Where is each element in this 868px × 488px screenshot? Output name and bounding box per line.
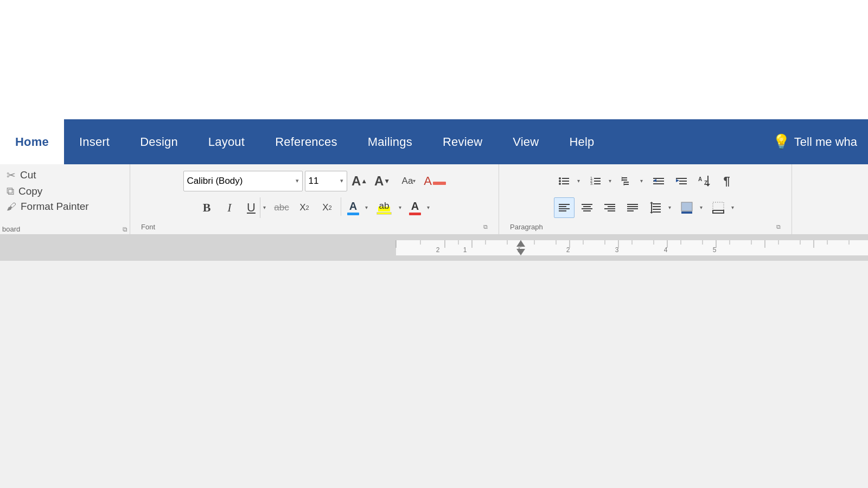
- borders-dropdown[interactable]: ▾: [729, 197, 737, 218]
- underline-button[interactable]: U: [242, 197, 260, 218]
- line-spacing-button[interactable]: [645, 197, 666, 218]
- multilevel-dropdown[interactable]: ▾: [637, 171, 646, 191]
- paragraph-label-row: Paragraph ⧉: [508, 222, 783, 232]
- svg-text:b: b: [623, 183, 625, 186]
- svg-marker-24: [653, 179, 656, 182]
- tab-view[interactable]: View: [497, 119, 554, 164]
- grow-font-button[interactable]: A▲: [349, 171, 370, 191]
- svg-text:2: 2: [566, 246, 570, 254]
- format-painter-button[interactable]: 🖌 Format Painter: [4, 200, 125, 214]
- tab-review[interactable]: Review: [427, 119, 497, 164]
- font-color-button[interactable]: A: [344, 197, 362, 218]
- ruler-svg: 2 1 1 2 3 4 5: [0, 235, 868, 261]
- copy-label: Copy: [18, 185, 42, 197]
- numbering-button[interactable]: 1.2.3.: [585, 171, 606, 191]
- copy-button[interactable]: ⧉ Copy: [4, 184, 125, 198]
- svg-rect-41: [604, 204, 615, 205]
- clear-format-button[interactable]: A: [425, 171, 446, 191]
- superscript-button[interactable]: X2: [317, 197, 337, 218]
- highlight-button[interactable]: ab: [373, 197, 395, 218]
- document-body[interactable]: [0, 261, 868, 488]
- clipboard-expand-icon[interactable]: ⧉: [123, 226, 127, 233]
- svg-point-1: [559, 177, 561, 179]
- align-right-icon: [603, 201, 616, 214]
- justify-button[interactable]: [622, 197, 643, 218]
- svg-rect-2: [562, 178, 569, 179]
- font-color-red-dropdown[interactable]: ▾: [424, 197, 432, 218]
- underline-dropdown-button[interactable]: ▾: [260, 197, 269, 218]
- svg-rect-46: [627, 206, 638, 207]
- font-size-value: 11: [309, 176, 338, 187]
- font-expand-icon[interactable]: ⧉: [483, 223, 488, 230]
- ribbon-tab-bar: Home Insert Design Layout References Mai…: [0, 119, 868, 164]
- strikethrough-button[interactable]: abc: [271, 197, 292, 218]
- bullets-group: ▾: [554, 171, 583, 191]
- change-case-button[interactable]: Aa ▾: [395, 171, 423, 191]
- para-row1: ▾ 1.2.3. ▾ 12ab ▾: [554, 169, 737, 193]
- align-center-icon: [580, 201, 593, 214]
- align-right-button[interactable]: [599, 197, 620, 218]
- font-color-dropdown[interactable]: ▾: [362, 197, 371, 218]
- font-color-red-group: A ▾: [406, 197, 432, 218]
- bullets-dropdown[interactable]: ▾: [575, 171, 583, 191]
- align-center-button[interactable]: [577, 197, 597, 218]
- para-row2: ▾ ▾ ▾: [554, 195, 737, 220]
- case-dropdown-arrow: ▾: [413, 178, 416, 184]
- tab-references[interactable]: References: [260, 119, 353, 164]
- font-size-dropdown[interactable]: 11 ▾: [305, 171, 347, 191]
- align-left-button[interactable]: [554, 197, 575, 218]
- subscript-button[interactable]: X2: [294, 197, 315, 218]
- svg-rect-35: [559, 208, 570, 209]
- tab-layout[interactable]: Layout: [193, 119, 260, 164]
- shading-button[interactable]: [676, 197, 697, 218]
- decrease-indent-button[interactable]: [648, 171, 669, 191]
- font-color-a-label: A: [349, 200, 357, 212]
- svg-rect-51: [653, 209, 661, 210]
- tab-home[interactable]: Home: [0, 119, 64, 164]
- tell-me-area[interactable]: 💡 Tell me wha: [762, 133, 868, 150]
- tab-mailings[interactable]: Mailings: [353, 119, 427, 164]
- multilevel-button[interactable]: 12ab: [617, 171, 637, 191]
- svg-rect-52: [653, 211, 661, 213]
- top-white-area: [0, 0, 868, 119]
- shrink-font-button[interactable]: A▼: [372, 171, 393, 191]
- svg-text:3.: 3.: [590, 182, 593, 185]
- italic-button[interactable]: I: [219, 197, 240, 218]
- font-color-red-indicator: [409, 213, 421, 215]
- font-color-indicator: [347, 213, 359, 215]
- numbering-dropdown[interactable]: ▾: [606, 171, 615, 191]
- font-name-dropdown[interactable]: Calibri (Body) ▾: [183, 171, 303, 191]
- svg-rect-49: [653, 203, 661, 204]
- shading-dropdown[interactable]: ▾: [697, 197, 706, 218]
- sort-button[interactable]: AZ: [694, 171, 714, 191]
- bullets-button[interactable]: [554, 171, 575, 191]
- borders-button[interactable]: [708, 197, 729, 218]
- svg-marker-53: [650, 202, 653, 203]
- svg-rect-10: [594, 181, 601, 182]
- svg-rect-63: [396, 255, 868, 261]
- font-name-value: Calibri (Body): [187, 176, 293, 187]
- paragraph-expand-icon[interactable]: ⧉: [776, 223, 781, 230]
- case-label: Aa: [402, 176, 413, 187]
- highlight-dropdown[interactable]: ▾: [395, 197, 404, 218]
- tab-insert[interactable]: Insert: [64, 119, 125, 164]
- numbering-group: 1.2.3. ▾: [585, 171, 615, 191]
- decrease-indent-icon: [652, 175, 665, 188]
- svg-rect-47: [627, 208, 638, 209]
- svg-rect-23: [653, 183, 664, 184]
- copy-icon: ⧉: [7, 185, 14, 197]
- font-color-group: A ▾: [344, 197, 371, 218]
- cut-button[interactable]: ✂ Cut: [4, 168, 125, 183]
- sort-icon: AZ: [697, 174, 711, 188]
- svg-rect-26: [679, 181, 687, 182]
- tab-help[interactable]: Help: [554, 119, 609, 164]
- svg-rect-4: [562, 181, 569, 182]
- svg-rect-38: [583, 206, 591, 207]
- font-color-red-button[interactable]: A: [406, 197, 424, 218]
- bold-button[interactable]: B: [196, 197, 217, 218]
- show-marks-button[interactable]: ¶: [717, 171, 737, 191]
- increase-indent-button[interactable]: [671, 171, 692, 191]
- svg-rect-45: [627, 204, 638, 205]
- tab-design[interactable]: Design: [125, 119, 193, 164]
- line-spacing-dropdown[interactable]: ▾: [666, 197, 674, 218]
